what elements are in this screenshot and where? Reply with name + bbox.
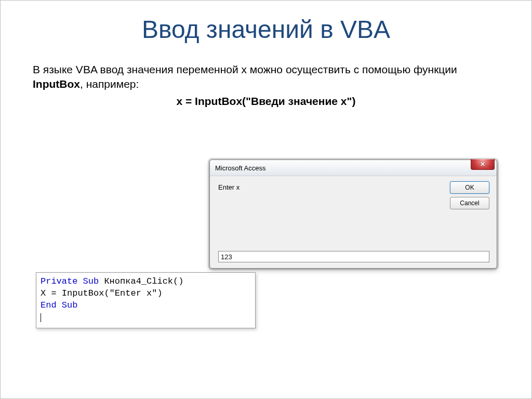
body-paragraph: В языке VBA ввод значения переменной x м…	[33, 62, 499, 92]
code-line-2: X = InputBox("Enter x")	[41, 288, 251, 300]
close-icon: ✕	[480, 161, 485, 168]
ok-button[interactable]: OK	[450, 181, 489, 194]
vba-code-pane[interactable]: Private Sub Кнопка4_Click() X = InputBox…	[36, 272, 256, 328]
code-sub-name: Кнопка4_Click()	[99, 276, 183, 286]
dialog-titlebar[interactable]: Microsoft Access ✕	[210, 160, 497, 176]
dialog-content: Enter x OK Cancel	[210, 176, 497, 269]
dialog-prompt: Enter x	[218, 183, 489, 191]
body-code: x = InputBox("Введи значение x")	[1, 95, 531, 108]
slide: Ввод значений в VBA В языке VBA ввод зна…	[0, 0, 532, 399]
inputbox-dialog: Microsoft Access ✕ Enter x OK Cancel	[209, 159, 497, 269]
slide-title: Ввод значений в VBA	[1, 15, 531, 44]
body-line1b: InputBox	[33, 78, 80, 90]
code-line-3: End Sub	[41, 300, 251, 312]
text-cursor-icon	[41, 313, 41, 322]
cancel-button[interactable]: Cancel	[450, 197, 489, 209]
dialog-title: Microsoft Access	[215, 164, 266, 172]
code-cursor-line	[41, 312, 251, 324]
code-kw-private-sub: Private Sub	[41, 276, 99, 286]
body-line1a: В языке VBA ввод значения переменной x м…	[33, 63, 457, 75]
dialog-input[interactable]	[218, 251, 489, 262]
dialog-buttons: OK Cancel	[450, 181, 489, 209]
close-button[interactable]: ✕	[471, 159, 495, 170]
code-line-1: Private Sub Кнопка4_Click()	[41, 276, 251, 288]
body-line1c: , например:	[80, 78, 139, 90]
dialog-input-wrap	[218, 251, 489, 262]
